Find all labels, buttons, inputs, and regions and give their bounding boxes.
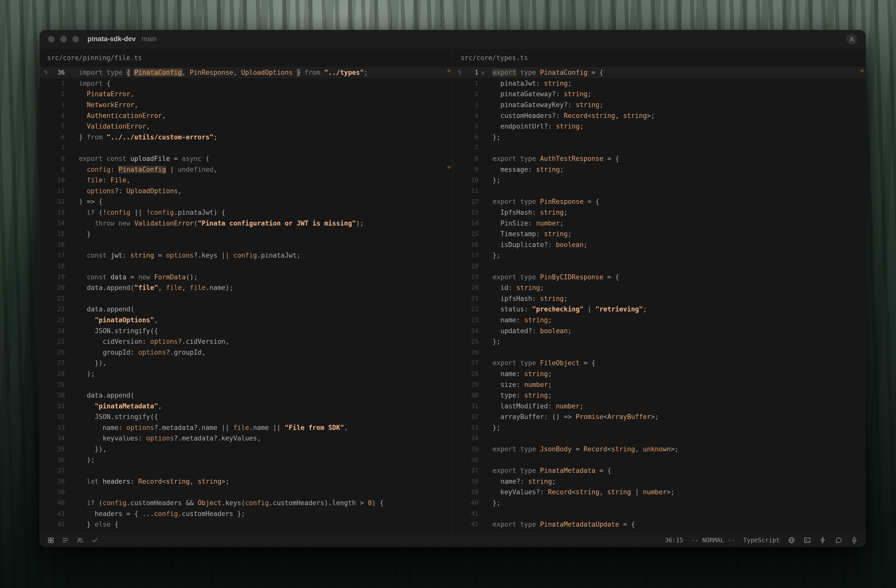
code-text[interactable]: import { [79,79,453,87]
code-text[interactable]: updated?: boolean; [492,327,866,335]
code-line[interactable]: ϟ1∨export type PinataConfig = { [453,67,866,78]
gutter[interactable]: 32 [453,413,492,420]
gutter[interactable]: 23 [40,316,79,324]
code-text[interactable]: let headers: Record<string, string>; [79,478,453,485]
gutter[interactable]: 7 [453,144,492,151]
code-text[interactable]: ) => { [79,198,453,205]
code-text[interactable]: }), [79,445,453,453]
gutter[interactable]: 17 [40,252,79,259]
code-text[interactable]: export type PinataConfig = { [492,69,866,76]
gutter[interactable]: 33 [40,424,79,431]
diagnostics-check-icon[interactable] [91,536,99,544]
account-avatar[interactable] [846,34,857,44]
code-text[interactable]: keyValues?: Record<string, string | numb… [492,488,866,496]
gutter[interactable]: 37 [453,467,492,474]
code-line[interactable]: 14 PinSize: number; [453,218,866,229]
code-text[interactable]: lastModified: number; [492,403,866,410]
code-text[interactable]: pinataGatewayKey?: string; [492,101,866,109]
code-line[interactable]: 16 [40,239,453,250]
gutter[interactable]: 6 [40,134,79,141]
code-line[interactable]: 4 customHeaders?: Record<string, string>… [453,110,866,121]
zap-icon[interactable] [819,536,827,544]
code-text[interactable]: JSON.stringify({ [79,327,453,335]
outline-list-icon[interactable] [62,536,69,544]
code-line[interactable]: 33}; [453,422,866,433]
code-line[interactable]: 9 config: PinataConfig | undefined, [40,164,453,175]
code-text[interactable]: export type AuthTestResponse = { [492,155,866,163]
gutter[interactable]: 13 [40,209,79,216]
code-line[interactable]: 9 message: string; [453,164,866,175]
code-line[interactable]: 5 ValidationError, [40,121,453,132]
code-text[interactable]: export type PinataMetadataUpdate = { [492,521,866,528]
code-line[interactable]: 7 [40,143,453,153]
gutter[interactable]: 35 [40,445,79,453]
code-line[interactable]: 6} from "../../utils/custom-errors"; [40,132,453,143]
gutter[interactable]: 16 [40,241,79,248]
code-text[interactable]: status: "prechecking" | "retrieving"; [492,305,866,313]
code-text[interactable]: PinSize: number; [492,219,866,227]
code-line[interactable]: ϟ36import type { PinataConfig, PinRespon… [40,67,453,78]
project-panel-grid-icon[interactable] [47,536,55,544]
code-text[interactable]: export type PinResponse = { [492,198,866,205]
code-line[interactable]: 10 file: File, [40,175,453,185]
code-line[interactable]: 28 name: string; [453,369,866,379]
code-text[interactable]: message: string; [492,166,866,173]
code-line[interactable]: 32 JSON.stringify({ [40,412,453,422]
code-line[interactable]: 12export type PinResponse = { [453,196,866,207]
gutter[interactable]: 38 [453,478,492,485]
code-line[interactable]: 28 ); [40,369,453,379]
fold-chevron-icon[interactable]: ∨ [478,70,492,75]
code-text[interactable]: customHeaders?: Record<string, string>; [492,112,866,120]
gutter[interactable]: 3 [453,101,492,108]
code-line[interactable]: 1import { [40,78,453,89]
code-text[interactable]: cidVersion: options?.cidVersion, [79,338,453,345]
gutter[interactable]: 36 [40,456,79,463]
code-line[interactable]: 24 updated?: boolean; [453,325,866,336]
code-text[interactable]: options?: UploadOptions, [79,187,453,195]
code-text[interactable]: isDuplicate?: boolean; [492,241,866,249]
code-line[interactable]: 27 }), [40,358,453,369]
gutter[interactable]: 42 [40,521,79,528]
code-text[interactable]: } from "../../utils/custom-errors"; [79,133,453,141]
gutter[interactable]: 4 [453,112,492,119]
minimize-window-icon[interactable] [60,36,67,43]
code-line[interactable]: 14 throw new ValidationError("Pinata con… [40,218,453,229]
code-line[interactable]: 37export type PinataMetadata = { [453,465,866,476]
code-line[interactable]: 37 [40,465,453,476]
gutter[interactable]: 18 [453,263,492,270]
gutter[interactable]: 3 [40,101,79,108]
code-text[interactable]: export type PinByCIDResponse = { [492,273,866,281]
code-line[interactable]: 42 } else { [40,519,453,530]
code-line[interactable]: 6}; [453,132,866,143]
code-line[interactable]: 7 [453,143,866,153]
close-window-icon[interactable] [48,36,55,43]
code-line[interactable]: 17}; [453,250,866,261]
code-line[interactable]: 22 data.append( [40,304,453,315]
gutter[interactable]: 41 [40,510,79,517]
gutter[interactable]: 1 [453,80,492,87]
code-line[interactable]: 41 headers = { ...config.customHeaders }… [40,508,453,519]
gutter[interactable]: 34 [40,435,79,442]
scrollbar-mark[interactable] [448,70,451,72]
gutter[interactable]: ϟ1∨ [453,69,492,76]
code-text[interactable]: Timestamp: string; [492,230,866,238]
code-editor-right[interactable]: ϟ1∨export type PinataConfig = {1 pinataJ… [453,67,866,533]
gutter[interactable]: 27 [40,359,79,366]
code-line[interactable]: 25}; [453,336,866,347]
code-line[interactable]: 40}; [453,498,866,509]
code-line[interactable]: 16 isDuplicate?: boolean; [453,239,866,250]
code-line[interactable]: 26 groupId: options?.groupId, [40,347,453,358]
code-text[interactable]: pinataJwt: string; [492,79,866,87]
code-line[interactable]: 18 [40,261,453,272]
gutter[interactable]: 2 [40,90,79,97]
gutter[interactable]: 5 [40,123,79,130]
code-line[interactable]: 8export type AuthTestResponse = { [453,153,866,164]
code-line[interactable]: 31 lastModified: number; [453,401,866,412]
code-text[interactable]: size: number; [492,381,866,389]
gutter[interactable]: 21 [40,295,79,302]
maximize-window-icon[interactable] [72,36,79,43]
code-line[interactable]: 13 IpfsHash: string; [453,207,866,218]
code-line[interactable]: 30 data.append( [40,390,453,401]
gutter[interactable]: 1 [40,80,79,87]
code-line[interactable]: 36 [453,454,866,465]
